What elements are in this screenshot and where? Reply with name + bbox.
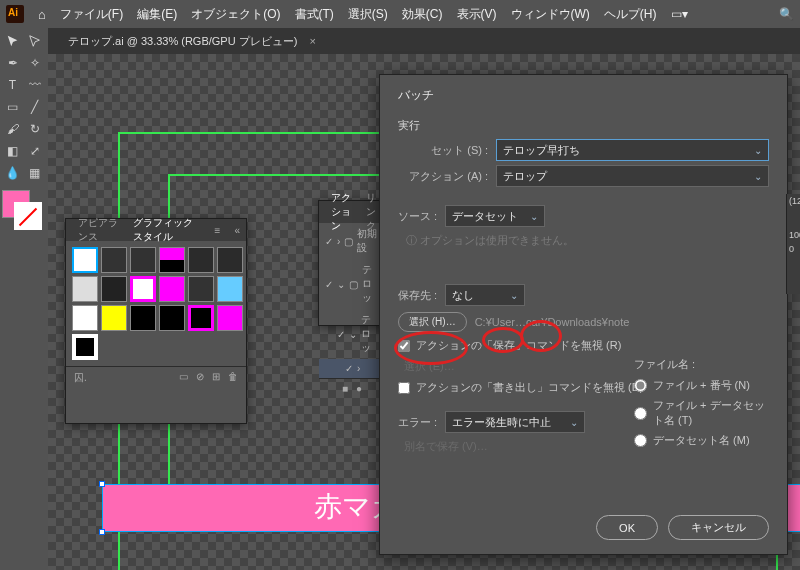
error-select[interactable]: エラー発生時に中止⌄	[445, 411, 585, 433]
eraser-tool[interactable]: ◧	[2, 140, 23, 161]
tab-appearance[interactable]: アピアランス	[72, 214, 125, 246]
document-tab[interactable]: テロップ.ai @ 33.33% (RGB/GPU プレビュー)	[60, 34, 305, 49]
record-icon[interactable]: ●	[356, 383, 362, 394]
selection-handle[interactable]	[99, 529, 105, 535]
rotate-tool[interactable]: ↻	[24, 118, 45, 139]
fill-stroke-swatch[interactable]	[2, 190, 42, 230]
style-swatch[interactable]	[72, 247, 98, 273]
check-icon[interactable]: ✓	[325, 279, 333, 290]
line-tool[interactable]: ╱	[24, 96, 45, 117]
radio-file-number[interactable]	[634, 379, 647, 392]
style-swatch[interactable]	[130, 247, 156, 273]
source-select[interactable]: データセット⌄	[445, 205, 545, 227]
tab-actions[interactable]: アクション	[325, 189, 358, 235]
menu-select[interactable]: 選択(S)	[348, 6, 388, 23]
style-swatch[interactable]	[72, 334, 98, 360]
close-tab-icon[interactable]: ×	[309, 35, 315, 47]
style-swatch[interactable]	[159, 305, 185, 331]
eyedropper-tool[interactable]: 💧	[2, 162, 23, 183]
set-select[interactable]: テロップ早打ち⌄	[496, 139, 769, 161]
folder-icon: ▢	[344, 236, 353, 247]
style-swatch[interactable]	[101, 276, 127, 302]
cancel-button[interactable]: キャンセル	[668, 515, 769, 540]
style-swatch[interactable]	[101, 305, 127, 331]
radio-dataset[interactable]	[634, 434, 647, 447]
delete-icon[interactable]: 🗑	[228, 371, 238, 385]
home-icon[interactable]: ⌂	[38, 7, 46, 22]
break-link-icon[interactable]: ⊘	[196, 371, 204, 385]
menu-effect[interactable]: 効果(C)	[402, 6, 443, 23]
menu-view[interactable]: 表示(V)	[457, 6, 497, 23]
menu-help[interactable]: ヘルプ(H)	[604, 6, 657, 23]
chevron-down-icon: ⌄	[510, 290, 518, 301]
type-tool[interactable]: T	[2, 74, 23, 95]
search-icon[interactable]: 🔍	[779, 7, 794, 21]
wand-tool[interactable]: ✧	[24, 52, 45, 73]
stop-icon[interactable]: ■	[342, 383, 348, 394]
style-swatch[interactable]	[101, 247, 127, 273]
check-icon[interactable]: ✓	[325, 236, 333, 247]
filename-radio-group: ファイル名 : ファイル + 番号 (N) ファイル + データセット名 (T)…	[634, 357, 769, 453]
action-item[interactable]: テロッ	[361, 313, 379, 355]
override-export-label: アクションの「書き出し」コマンドを無視 (D)	[416, 380, 643, 395]
rectangle-tool[interactable]: ▭	[2, 96, 23, 117]
workspace-switch-icon[interactable]: ▭▾	[671, 7, 688, 21]
panel-collapse-icon[interactable]: «	[228, 225, 246, 236]
ok-button[interactable]: OK	[596, 515, 658, 540]
style-swatch[interactable]	[188, 276, 214, 302]
override-export-checkbox[interactable]	[398, 382, 410, 394]
chevron-down-icon: ⌄	[754, 145, 762, 156]
chevron-down-icon: ⌄	[570, 417, 578, 428]
action-set[interactable]: テロッ	[362, 263, 379, 305]
style-swatch[interactable]	[130, 276, 156, 302]
section-execute: 実行	[398, 118, 769, 133]
new-style-icon[interactable]: ⊞	[212, 371, 220, 385]
check-icon[interactable]: ✓	[345, 363, 353, 374]
style-swatch[interactable]	[188, 247, 214, 273]
style-swatch[interactable]	[159, 247, 185, 273]
style-swatch[interactable]	[72, 276, 98, 302]
set-label: セット (S) :	[398, 143, 488, 158]
actions-panel[interactable]: アクション リンク ✓›▢初期設 ✓⌄▢テロッ ✓⌄テロッ ✓› ■●	[318, 200, 386, 326]
batch-dialog: バッチ 実行 セット (S) : テロップ早打ち⌄ アクション (A) : テロ…	[379, 74, 788, 555]
dest-select[interactable]: なし⌄	[445, 284, 525, 306]
menu-object[interactable]: オブジェクト(O)	[191, 6, 280, 23]
style-swatch[interactable]	[159, 276, 185, 302]
style-swatch[interactable]	[130, 305, 156, 331]
filename-label: ファイル名 :	[634, 357, 769, 372]
action-set[interactable]: 初期設	[357, 227, 379, 255]
menu-file[interactable]: ファイル(F)	[60, 6, 123, 23]
selection-handle[interactable]	[99, 481, 105, 487]
right-panel-sliver: (12 100 0	[786, 194, 800, 294]
tab-graphic-styles[interactable]: グラフィックスタイル	[127, 214, 207, 246]
brush-tool[interactable]: 🖌	[2, 118, 23, 139]
pen-tool[interactable]: ✒	[2, 52, 23, 73]
info-icon: ⓘ	[406, 234, 417, 246]
direct-selection-tool[interactable]	[24, 30, 45, 51]
scale-tool[interactable]: ⤢	[24, 140, 45, 161]
style-swatch[interactable]	[72, 305, 98, 331]
style-swatch[interactable]	[217, 276, 243, 302]
panel-menu-icon[interactable]: ≡	[209, 225, 227, 236]
style-swatch[interactable]	[217, 247, 243, 273]
curvature-tool[interactable]: 〰	[24, 74, 45, 95]
choose-folder-button[interactable]: 選択 (H)…	[398, 312, 467, 332]
libraries-icon[interactable]: ▭	[179, 371, 188, 385]
menu-window[interactable]: ウィンドウ(W)	[511, 6, 590, 23]
menu-type[interactable]: 書式(T)	[295, 6, 334, 23]
radio-file-dataset[interactable]	[634, 407, 647, 420]
document-tabbar: テロップ.ai @ 33.33% (RGB/GPU プレビュー) ×	[0, 28, 800, 54]
override-save-checkbox[interactable]	[398, 340, 410, 352]
graphic-styles-panel[interactable]: アピアランス グラフィックスタイル ≡ « 囚. ▭ ⊘ ⊞ 🗑	[65, 218, 247, 424]
action-select[interactable]: テロップ⌄	[496, 165, 769, 187]
style-swatch[interactable]	[217, 305, 243, 331]
gradient-tool[interactable]: ▦	[24, 162, 45, 183]
selection-tool[interactable]	[2, 30, 23, 51]
chevron-down-icon: ⌄	[754, 171, 762, 182]
folder-icon: ▢	[349, 279, 358, 290]
dest-path: C:¥User…car¥Downloads¥note	[475, 316, 630, 328]
style-swatch[interactable]	[188, 305, 214, 331]
menu-edit[interactable]: 編集(E)	[137, 6, 177, 23]
stroke-none-icon[interactable]	[14, 202, 42, 230]
check-icon[interactable]: ✓	[337, 329, 345, 340]
